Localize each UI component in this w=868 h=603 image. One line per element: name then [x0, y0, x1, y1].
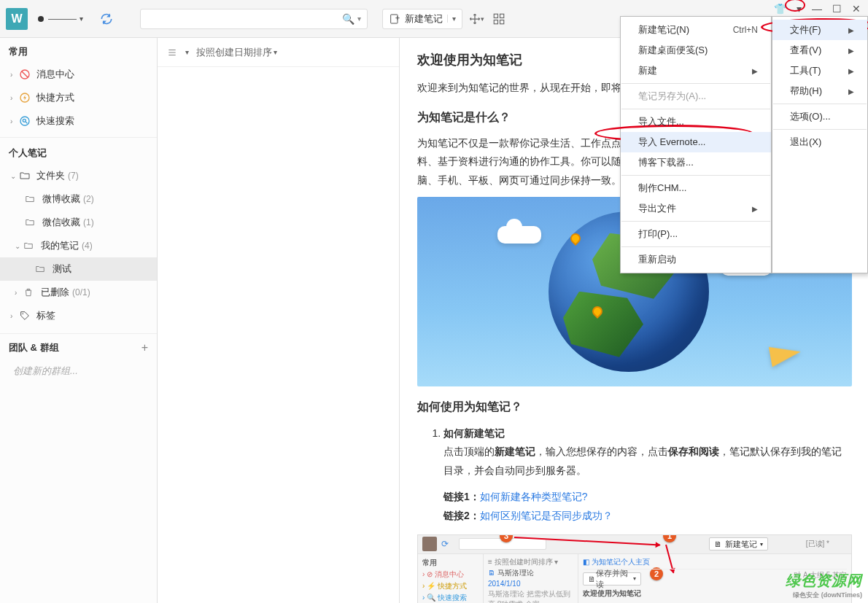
- collapse-arrow-icon: ⌄: [10, 172, 19, 180]
- skin-icon[interactable]: 👕: [774, 3, 786, 15]
- menu-restart[interactable]: 重新启动: [621, 249, 771, 270]
- expand-arrow-icon: ›: [10, 94, 19, 102]
- menu-save-as: 笔记另存为(A)...: [621, 86, 771, 106]
- chevron-down-icon: ▾: [80, 15, 83, 23]
- chevron-down-icon: ▾: [274, 48, 277, 56]
- sidebar-item-folders[interactable]: ⌄ 文件夹 (7): [0, 164, 157, 187]
- menu-export[interactable]: 导出文件▶: [621, 198, 771, 219]
- search-box[interactable]: 🔍 ▾: [140, 9, 368, 29]
- menu-new-sticky[interactable]: 新建桌面便笺(S): [621, 40, 771, 61]
- menu-tools[interactable]: 工具(T)▶: [772, 61, 867, 81]
- grid-icon: [492, 12, 505, 26]
- paper-plane-icon: [769, 341, 802, 367]
- main-menu: 文件(F)▶ 查看(V)▶ 工具(T)▶ 帮助(H)▶ 选项(O)... 退出(…: [772, 16, 868, 273]
- user-dot-icon: [38, 16, 44, 22]
- sidebar-item-shortcuts[interactable]: › 快捷方式: [0, 86, 157, 109]
- submenu-arrow-icon: ▶: [752, 205, 758, 213]
- mini-avatar: [422, 537, 437, 551]
- menu-import-file[interactable]: 导入文件...: [621, 112, 771, 132]
- sidebar-item-tags[interactable]: › 标签: [0, 304, 157, 327]
- move-tool-button[interactable]: ▾: [465, 9, 486, 29]
- maximize-button[interactable]: ☐: [832, 3, 842, 15]
- menu-separator: [621, 109, 770, 109]
- folder-icon: [25, 194, 38, 204]
- search-dropdown-icon[interactable]: ▾: [357, 15, 361, 23]
- menu-new-note[interactable]: 新建笔记(N)Ctrl+N: [621, 20, 771, 40]
- expand-arrow-icon: ›: [10, 117, 19, 125]
- search-icon[interactable]: 🔍: [342, 13, 354, 25]
- sync-button[interactable]: [99, 12, 114, 26]
- svg-rect-4: [500, 20, 504, 23]
- close-button[interactable]: ✕: [852, 3, 861, 15]
- menu-trigger-icon[interactable]: ▾: [797, 3, 802, 15]
- submenu-arrow-icon: ▶: [848, 67, 854, 75]
- mini-new-note-btn: 🗎 新建笔记 ▾: [709, 537, 768, 551]
- folder-icon: [19, 170, 32, 182]
- sidebar-item-weixin[interactable]: 微信收藏 (1): [0, 211, 157, 234]
- menu-help[interactable]: 帮助(H)▶: [772, 81, 867, 101]
- svg-rect-2: [500, 14, 504, 17]
- link-row-2: 链接2：如何区别笔记是否同步成功？: [443, 506, 850, 526]
- new-note-button[interactable]: 新建笔记 ▾: [382, 9, 462, 29]
- submenu-arrow-icon: ▶: [848, 26, 854, 34]
- user-name: ———: [48, 13, 77, 24]
- menu-separator: [621, 175, 770, 176]
- mini-sync-icon: ⟳: [441, 539, 449, 549]
- howto-step-1-desc: 点击顶端的新建笔记，输入您想保存的内容，点击保存和阅读，笔记默认保存到我的笔记目…: [443, 443, 850, 479]
- menu-import-evernote[interactable]: 导入 Evernote...: [621, 132, 771, 152]
- menu-new[interactable]: 新建▶: [621, 61, 771, 81]
- list-icon: [166, 47, 178, 58]
- expand-arrow-icon: ›: [15, 289, 23, 297]
- menu-view[interactable]: 查看(V)▶: [772, 40, 867, 61]
- sidebar-item-deleted[interactable]: › 已删除 (0/1): [0, 281, 157, 304]
- new-note-dropdown-icon[interactable]: ▾: [447, 15, 456, 23]
- menu-print[interactable]: 打印(P)...: [621, 224, 771, 244]
- search-input[interactable]: [147, 13, 342, 24]
- notes-sort-bar[interactable]: ▾ 按照创建日期排序 ▾: [158, 38, 399, 67]
- title-bar: W ——— ▾ 🔍 ▾ 新建笔记 ▾ ▾ 👕 ▾ — ☐ ✕: [0, 0, 868, 38]
- sidebar-item-weibo[interactable]: 微博收藏 (2): [0, 187, 157, 211]
- sidebar-section-personal: 个人笔记: [0, 137, 157, 164]
- svg-rect-0: [391, 15, 398, 23]
- expand-arrow-icon: ›: [10, 71, 19, 79]
- sidebar-section-team: 团队 & 群组 +: [0, 333, 157, 359]
- minimize-button[interactable]: —: [812, 3, 822, 15]
- link-how-sync[interactable]: 如何区别笔记是否同步成功？: [480, 510, 613, 521]
- menu-exit[interactable]: 退出(X): [772, 132, 867, 152]
- sidebar-item-quicksearch[interactable]: › 快速搜索: [0, 109, 157, 133]
- no-entry-icon: [19, 69, 32, 80]
- menu-blog-downloader[interactable]: 博客下载器...: [621, 152, 771, 173]
- svg-rect-3: [494, 20, 497, 23]
- create-group-placeholder[interactable]: 创建新的群组...: [0, 359, 157, 384]
- sidebar-item-msgcenter[interactable]: › 消息中心: [0, 63, 157, 86]
- expand-arrow-icon: ›: [10, 312, 19, 320]
- sidebar-item-test[interactable]: 测试: [0, 257, 157, 281]
- menu-separator: [621, 83, 770, 84]
- sidebar-item-mynotes[interactable]: ⌄ 我的笔记 (4): [0, 234, 157, 257]
- new-note-icon: [389, 13, 400, 25]
- add-group-button[interactable]: +: [142, 341, 148, 354]
- user-dropdown[interactable]: ——— ▾: [34, 10, 88, 27]
- menu-separator: [621, 246, 770, 247]
- sidebar: 常用 › 消息中心 › 快捷方式 › 快速搜索 个人笔记 ⌄ 文件夹 (7) 微…: [0, 38, 158, 603]
- app-badge: W: [6, 8, 28, 30]
- svg-point-9: [23, 314, 24, 315]
- menu-separator: [621, 221, 770, 222]
- collapse-arrow-icon: ⌄: [15, 242, 23, 250]
- file-submenu: 新建笔记(N)Ctrl+N 新建桌面便笺(S) 新建▶ 笔记另存为(A)... …: [620, 16, 772, 273]
- menu-file[interactable]: 文件(F)▶: [772, 20, 867, 40]
- link-how-create[interactable]: 如何新建各种类型笔记?: [480, 491, 588, 502]
- search-circle-icon: [19, 115, 32, 127]
- new-note-label: 新建笔记: [405, 12, 443, 26]
- menu-options[interactable]: 选项(O)...: [772, 106, 867, 127]
- svg-point-8: [23, 119, 26, 122]
- menu-separator: [773, 104, 867, 104]
- howto-step-1: 如何新建笔记: [443, 424, 850, 443]
- svg-point-7: [20, 117, 29, 125]
- folder-icon: [25, 217, 38, 227]
- grid-view-button[interactable]: [489, 9, 509, 29]
- cloud-icon: [497, 226, 541, 244]
- menu-make-chm[interactable]: 制作CHM...: [621, 178, 771, 198]
- window-controls: 👕 ▾ — ☐ ✕: [774, 3, 861, 15]
- menu-separator: [773, 129, 867, 130]
